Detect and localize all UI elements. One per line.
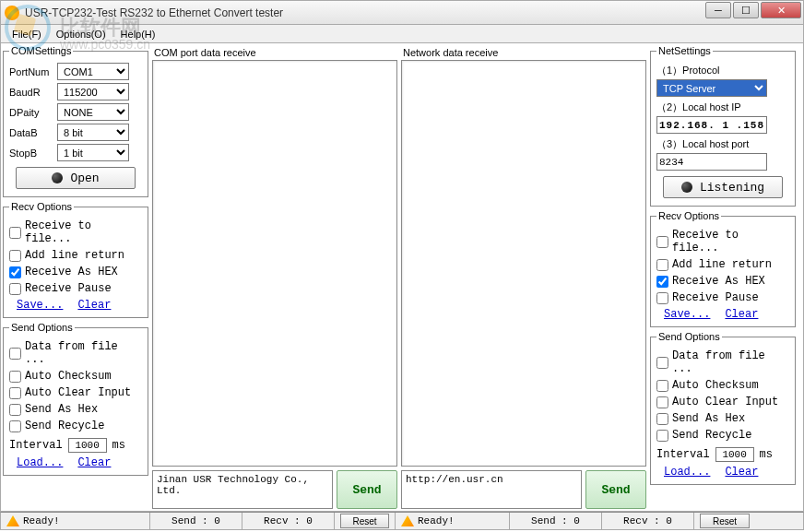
ip-label: （2）Local host IP (656, 100, 789, 114)
stopb-select[interactable]: 1 bit (57, 144, 129, 161)
recv-save-link-l[interactable]: Save... (17, 299, 63, 312)
reset-button-1[interactable]: Reset (340, 514, 389, 528)
ready-icon (401, 515, 414, 526)
recv-file-check-l[interactable] (9, 227, 21, 239)
send-load-link-l[interactable]: Load... (17, 456, 63, 469)
port-input[interactable] (656, 153, 767, 171)
window-title: USR-TCP232-Test RS232 to Ethernet Conver… (25, 6, 283, 19)
send-clear-link-l[interactable]: Clear (77, 456, 111, 469)
titlebar: USR-TCP232-Test RS232 to Ethernet Conver… (0, 0, 804, 25)
stopb-label: StopB (9, 148, 53, 159)
parity-select[interactable]: NONE (57, 103, 129, 121)
send-clear-link-r[interactable]: Clear (725, 466, 758, 479)
send-cksum-check-r[interactable] (656, 380, 668, 392)
reset-button-2[interactable]: Reset (700, 514, 750, 528)
recv-line-check-l[interactable] (9, 250, 21, 262)
send-hex-check-l[interactable] (9, 404, 21, 416)
ready-text-2: Ready! (418, 515, 455, 526)
send-recycle-check-r[interactable] (656, 430, 668, 442)
net-data-area[interactable] (401, 60, 646, 467)
menu-file[interactable]: File(F) (5, 27, 49, 41)
ready-text-1: Ready! (23, 515, 60, 526)
send-count-1: Send : 0 (150, 513, 242, 529)
send-load-link-r[interactable]: Load... (664, 466, 710, 479)
recv-hex-check-l[interactable] (9, 266, 21, 278)
datab-select[interactable]: 8 bit (57, 124, 129, 141)
net-settings-group: NetSettings （1）Protocol TCP Server （2）Lo… (650, 45, 796, 207)
net-send-button[interactable]: Send (585, 470, 646, 509)
ip-input[interactable] (656, 116, 767, 134)
net-send-text[interactable]: http://en.usr.cn (401, 470, 582, 509)
listening-button[interactable]: Listening (663, 176, 783, 198)
recv-pause-check-r[interactable] (656, 292, 668, 304)
maximize-button[interactable]: ☐ (733, 2, 759, 18)
open-button[interactable]: Open (16, 167, 136, 189)
proto-select[interactable]: TCP Server (656, 79, 767, 97)
status-dot-icon (52, 172, 63, 183)
send-hex-check-r[interactable] (656, 413, 668, 425)
recv-clear-link-r[interactable]: Clear (725, 308, 758, 321)
recv-options-left: Recv Options Receive to file... Add line… (3, 201, 148, 318)
ready-icon (6, 515, 19, 526)
net-data-label: Network data receive (403, 47, 646, 58)
parity-label: DPaity (9, 107, 53, 118)
recv-options-right: Recv Options Receive to file... Add line… (650, 210, 796, 327)
interval-input-r[interactable] (715, 447, 754, 462)
send-clr-check-r[interactable] (656, 396, 668, 408)
send-count-2: Send : 0 (510, 513, 602, 529)
close-button[interactable]: ✕ (761, 2, 801, 18)
recv-count-1: Recv : 0 (242, 513, 335, 529)
com-send-text[interactable]: Jinan USR Technology Co., Ltd. (152, 470, 333, 509)
menu-options[interactable]: Options(O) (49, 27, 113, 41)
interval-input-l[interactable] (68, 438, 107, 453)
recv-count-2: Recv : 0 (602, 513, 694, 529)
com-data-area[interactable] (152, 60, 397, 467)
com-send-button[interactable]: Send (337, 470, 397, 509)
recv-pause-check-l[interactable] (9, 283, 21, 295)
send-file-check-r[interactable] (656, 357, 668, 369)
recv-line-check-r[interactable] (656, 259, 668, 271)
recv-hex-check-r[interactable] (656, 276, 668, 288)
proto-label: （1）Protocol (656, 64, 789, 77)
send-clr-check-l[interactable] (9, 387, 21, 399)
status-dot-icon (681, 182, 692, 193)
statusbar: Ready! Send : 0 Recv : 0 Reset Ready! Se… (0, 512, 804, 530)
com-settings-group: COMSettings PortNumCOM1 BaudR115200 DPai… (3, 45, 148, 197)
recv-file-check-r[interactable] (656, 236, 668, 248)
com-data-label: COM port data receive (154, 47, 397, 58)
menubar: File(F) Options(O) Help(H) (0, 25, 804, 43)
baud-select[interactable]: 115200 (57, 83, 129, 100)
send-options-left: Send Options Data from file ... Auto Che… (3, 322, 148, 476)
send-options-right: Send Options Data from file ... Auto Che… (650, 331, 796, 485)
recv-save-link-r[interactable]: Save... (664, 308, 710, 321)
send-file-check-l[interactable] (9, 348, 21, 360)
app-icon (5, 6, 19, 20)
portnum-label: PortNum (9, 66, 53, 77)
minimize-button[interactable]: ─ (705, 2, 731, 18)
menu-help[interactable]: Help(H) (113, 27, 163, 41)
datab-label: DataB (9, 127, 53, 138)
send-cksum-check-l[interactable] (9, 371, 21, 383)
baud-label: BaudR (9, 87, 53, 98)
portnum-select[interactable]: COM1 (57, 63, 129, 80)
recv-clear-link-l[interactable]: Clear (77, 299, 111, 312)
port-label: （3）Local host port (656, 137, 789, 151)
send-recycle-check-l[interactable] (9, 420, 21, 432)
